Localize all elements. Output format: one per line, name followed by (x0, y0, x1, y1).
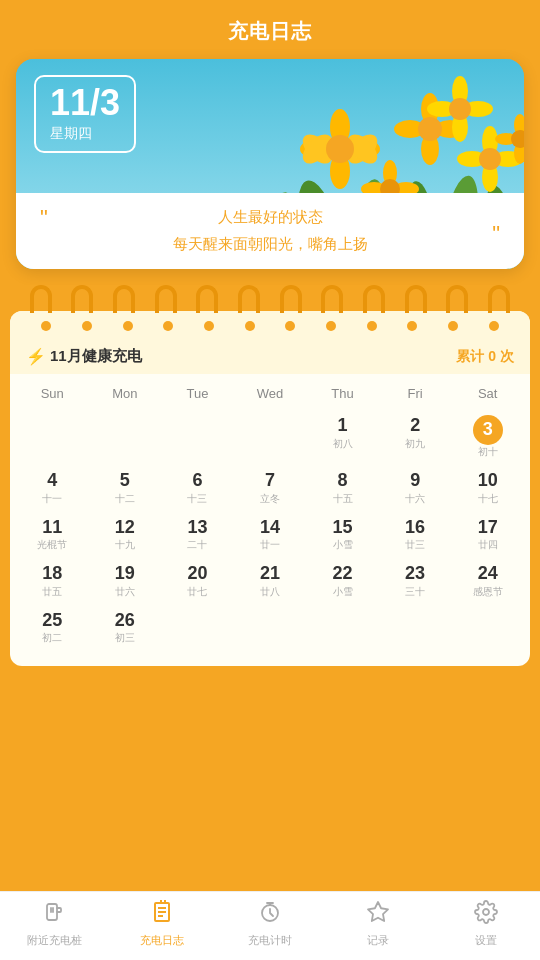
dow-cell-fri: Fri (379, 382, 452, 405)
timer-icon (258, 900, 282, 930)
calendar-card: ⚡ 11月健康充电 累计 0 次 SunMonTueWedThuFriSat 1… (10, 311, 530, 666)
dot-10 (407, 321, 417, 331)
nav-item-timer[interactable]: 充电计时 (216, 900, 324, 948)
quote-line1: 人生最好的状态 (40, 203, 500, 230)
nav-item-record[interactable]: 记录 (324, 900, 432, 948)
ring-4 (155, 285, 177, 313)
dot-8 (326, 321, 336, 331)
quote-left-mark: " (40, 205, 48, 231)
lunar-date: 廿六 (91, 586, 160, 598)
lunar-date: 感恩节 (453, 586, 522, 598)
lunar-date: 廿三 (381, 539, 450, 551)
dow-cell-tue: Tue (161, 382, 234, 405)
cal-cell-day[interactable]: 19廿六 (89, 557, 162, 604)
cal-cell-empty (161, 409, 234, 464)
header: 充电日志 (0, 0, 540, 59)
day-number: 25 (18, 610, 87, 632)
cal-cell-day[interactable]: 25初二 (16, 604, 89, 651)
cal-cell-day[interactable]: 12十九 (89, 511, 162, 558)
nav-item-journal[interactable]: 充电日志 (108, 900, 216, 948)
cal-cell-day[interactable]: 4十一 (16, 464, 89, 511)
cal-cell-day[interactable]: 8十五 (306, 464, 379, 511)
dot-6 (245, 321, 255, 331)
calendar-grid[interactable]: 1初八2初九3初十4十一5十二6十三7立冬8十五9十六10十七11光棍节12十九… (10, 409, 530, 650)
lunar-date: 廿四 (453, 539, 522, 551)
nav-label-timer: 充电计时 (248, 933, 292, 948)
svg-point-15 (326, 135, 354, 163)
cal-cell-day[interactable]: 14廿一 (234, 511, 307, 558)
cal-cell-day[interactable]: 23三十 (379, 557, 452, 604)
svg-point-44 (483, 909, 489, 915)
charging-station-icon (42, 900, 66, 930)
banner-date-box: 11/3 星期四 (34, 75, 136, 153)
cal-cell-day[interactable]: 9十六 (379, 464, 452, 511)
cal-cell-day[interactable]: 18廿五 (16, 557, 89, 604)
days-of-week-row: SunMonTueWedThuFriSat (10, 374, 530, 409)
ring-7 (280, 285, 302, 313)
banner-date: 11/3 (50, 83, 120, 123)
cal-count: 累计 0 次 (456, 348, 514, 366)
lunar-date: 廿八 (236, 586, 305, 598)
cal-cell-day[interactable]: 1初八 (306, 409, 379, 464)
lunar-date: 廿五 (18, 586, 87, 598)
lunar-date: 十二 (91, 493, 160, 505)
count-value: 0 (488, 348, 496, 364)
cal-cell-day[interactable]: 15小雪 (306, 511, 379, 558)
cal-cell-day[interactable]: 2初九 (379, 409, 452, 464)
count-unit: 次 (500, 348, 514, 364)
cal-cell-day[interactable]: 17廿四 (451, 511, 524, 558)
header-title: 充电日志 (228, 20, 312, 42)
nav-item-settings[interactable]: 设置 (432, 900, 540, 948)
nav-label-journal: 充电日志 (140, 933, 184, 948)
day-number: 16 (381, 517, 450, 539)
lunar-date: 廿一 (236, 539, 305, 551)
cal-cell-day[interactable]: 6十三 (161, 464, 234, 511)
cal-cell-day[interactable]: 16廿三 (379, 511, 452, 558)
lunar-date: 初九 (381, 438, 450, 450)
month-label: ⚡ 11月健康充电 (26, 347, 142, 366)
lunar-date: 廿七 (163, 586, 232, 598)
cal-cell-day[interactable]: 22小雪 (306, 557, 379, 604)
day-number: 15 (308, 517, 377, 539)
cal-cell-day[interactable]: 26初三 (89, 604, 162, 651)
day-number: 6 (163, 470, 232, 492)
dow-cell-sun: Sun (16, 382, 89, 405)
cal-cell-day[interactable]: 13二十 (161, 511, 234, 558)
settings-icon (474, 900, 498, 930)
dot-7 (285, 321, 295, 331)
cal-cell-day[interactable]: 7立冬 (234, 464, 307, 511)
dot-11 (448, 321, 458, 331)
nav-item-charging-station[interactable]: 附近充电桩 (0, 900, 108, 948)
dow-cell-sat: Sat (451, 382, 524, 405)
ring-5 (196, 285, 218, 313)
day-number: 5 (91, 470, 160, 492)
banner-card: 11/3 星期四 " " 人生最好的状态 每天醒来面朝阳光，嘴角上扬 (16, 59, 524, 269)
nav-label-record: 记录 (367, 933, 389, 948)
lunar-date: 十三 (163, 493, 232, 505)
day-number: 24 (453, 563, 522, 585)
dot-5 (204, 321, 214, 331)
cal-cell-day[interactable]: 3初十 (451, 409, 524, 464)
quote-right-mark: " (492, 221, 500, 247)
cal-cell-day[interactable]: 20廿七 (161, 557, 234, 604)
cal-cell-day[interactable]: 10十七 (451, 464, 524, 511)
day-number: 17 (453, 517, 522, 539)
dow-cell-mon: Mon (89, 382, 162, 405)
calendar-container: ⚡ 11月健康充电 累计 0 次 SunMonTueWedThuFriSat 1… (0, 285, 540, 746)
cal-cell-day[interactable]: 24感恩节 (451, 557, 524, 604)
cal-cell-empty (234, 409, 307, 464)
calendar-header: ⚡ 11月健康充电 累计 0 次 (10, 337, 530, 374)
dow-cell-thu: Thu (306, 382, 379, 405)
day-number: 14 (236, 517, 305, 539)
lunar-date: 初八 (308, 438, 377, 450)
dot-3 (123, 321, 133, 331)
ring-3 (113, 285, 135, 313)
cal-cell-day[interactable]: 11光棍节 (16, 511, 89, 558)
lunar-date: 十九 (91, 539, 160, 551)
nav-label-charging-station: 附近充电桩 (27, 933, 82, 948)
cal-cell-day[interactable]: 21廿八 (234, 557, 307, 604)
day-number: 4 (18, 470, 87, 492)
ring-10 (405, 285, 427, 313)
cal-cell-day[interactable]: 5十二 (89, 464, 162, 511)
ring-11 (446, 285, 468, 313)
